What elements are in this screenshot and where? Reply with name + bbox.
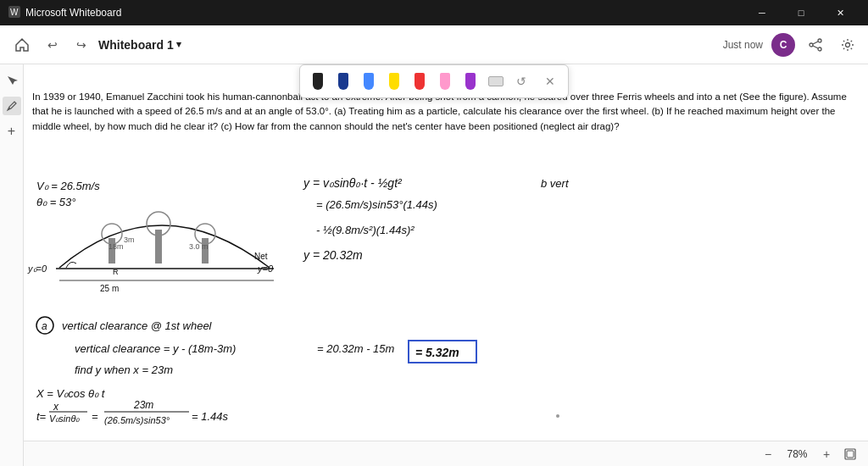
just-now-label: Just now — [723, 39, 763, 51]
svg-text:x: x — [53, 401, 59, 413]
zoom-in-button[interactable]: + — [817, 445, 836, 463]
pen-blue-tool[interactable] — [358, 70, 380, 92]
zoom-level: 78% — [782, 448, 812, 460]
whiteboard-title[interactable]: Whiteboard 1 ▾ — [98, 38, 181, 52]
svg-text:θ₀ = 53°: θ₀ = 53° — [36, 196, 76, 208]
svg-text:= 1.44s: = 1.44s — [192, 410, 229, 423]
refresh-button[interactable]: ↺ — [510, 70, 532, 92]
zoom-out-button[interactable]: − — [759, 445, 777, 463]
svg-text:a: a — [42, 320, 47, 332]
left-sidebar: + — [0, 64, 24, 466]
svg-text:y = v₀sinθ₀·t - ½gt²: y = v₀sinθ₀·t - ½gt² — [303, 176, 403, 190]
cursor-tool[interactable] — [3, 71, 21, 90]
svg-text:= 5.32m: = 5.32m — [415, 346, 459, 359]
svg-text:18m: 18m — [108, 242, 124, 251]
svg-text:R: R — [113, 268, 119, 276]
svg-line-5 — [813, 42, 818, 44]
add-tool[interactable]: + — [3, 122, 21, 141]
svg-text:25 m: 25 m — [100, 284, 119, 293]
chevron-down-icon: ▾ — [176, 39, 181, 50]
svg-text:V₀ = 26.5m/s: V₀ = 26.5m/s — [36, 180, 100, 192]
pen-yellow-tool[interactable] — [383, 70, 405, 92]
svg-text:vertical clearance = y - (18m-: vertical clearance = y - (18m-3m) — [75, 342, 236, 355]
svg-text:3.0 m: 3.0 m — [189, 242, 209, 251]
bottom-bar: − 78% + — [24, 441, 868, 466]
pen-purple-tool[interactable] — [459, 70, 481, 92]
window-controls: ─ □ ✕ — [743, 0, 860, 25]
drawing-toolbar: ↺ ✕ — [299, 64, 569, 98]
svg-text:y₀=0: y₀=0 — [27, 264, 47, 274]
canvas-area[interactable]: In 1939 or 1940, Emanuel Zacchini took h… — [24, 64, 868, 466]
svg-point-7 — [846, 42, 850, 47]
svg-text:=: = — [92, 410, 98, 423]
svg-text:(26.5m/s)sin53°: (26.5m/s)sin53° — [104, 415, 170, 425]
title-bar: W Microsoft Whiteboard ─ □ ✕ — [0, 0, 868, 25]
app-toolbar: ↩ ↪ Whiteboard 1 ▾ Just now C — [0, 25, 868, 64]
share-button[interactable] — [804, 33, 827, 57]
svg-text:- ½(9.8m/s²)(1.44s)²: - ½(9.8m/s²)(1.44s)² — [316, 224, 415, 236]
toolbar-close-button[interactable]: ✕ — [539, 70, 561, 92]
svg-point-51 — [556, 414, 559, 418]
app-title: Microsoft Whiteboard — [25, 7, 121, 19]
pen-blue-dark-tool[interactable] — [332, 70, 354, 92]
home-button[interactable] — [8, 31, 36, 58]
svg-line-6 — [813, 46, 818, 48]
svg-text:b  vert: b vert — [541, 177, 570, 190]
svg-point-3 — [810, 43, 813, 47]
svg-text:find  y  when  x = 23m: find y when x = 23m — [75, 363, 173, 376]
settings-button[interactable] — [836, 33, 860, 57]
svg-text:Net: Net — [254, 252, 268, 261]
undo-button[interactable]: ↩ — [41, 33, 64, 57]
app-icon: W — [8, 6, 20, 20]
svg-text:3m: 3m — [124, 236, 135, 244]
pen-black-tool[interactable] — [307, 70, 329, 92]
eraser-tool[interactable] — [485, 70, 507, 92]
svg-text:= (26.5m/s)sin53°(1.44s): = (26.5m/s)sin53°(1.44s) — [316, 198, 437, 211]
pen-tool[interactable] — [3, 97, 21, 115]
svg-text:t=: t= — [36, 410, 47, 423]
minimize-button[interactable]: ─ — [743, 0, 782, 25]
pen-pink-tool[interactable] — [434, 70, 456, 92]
svg-text:y=0: y=0 — [257, 264, 274, 274]
handwritten-content: V₀ = 26.5m/s θ₀ = 53° y₀=0 y=0 Net 25 m … — [24, 64, 868, 466]
svg-text:V₀sinθ₀: V₀sinθ₀ — [49, 413, 80, 424]
whiteboard-title-text: Whiteboard 1 — [98, 38, 174, 52]
svg-text:W: W — [10, 8, 19, 17]
svg-point-4 — [818, 47, 821, 51]
fit-to-screen-button[interactable] — [841, 445, 860, 463]
svg-text:y = 20.32m: y = 20.32m — [303, 248, 363, 262]
svg-text:X = V₀cos θ₀ t: X = V₀cos θ₀ t — [36, 387, 106, 400]
toolbar-right: Just now C — [723, 33, 860, 57]
maximize-button[interactable]: □ — [782, 0, 821, 25]
close-button[interactable]: ✕ — [821, 0, 860, 25]
svg-rect-53 — [847, 451, 854, 458]
avatar: C — [771, 33, 795, 57]
svg-text:vertical clearance @ 1st wheel: vertical clearance @ 1st wheel — [62, 319, 213, 332]
svg-text:= 20.32m - 15m: = 20.32m - 15m — [317, 342, 395, 355]
redo-button[interactable]: ↪ — [70, 33, 93, 57]
pen-red-tool[interactable] — [409, 70, 431, 92]
svg-text:23m: 23m — [133, 399, 153, 411]
svg-point-2 — [818, 39, 821, 42]
